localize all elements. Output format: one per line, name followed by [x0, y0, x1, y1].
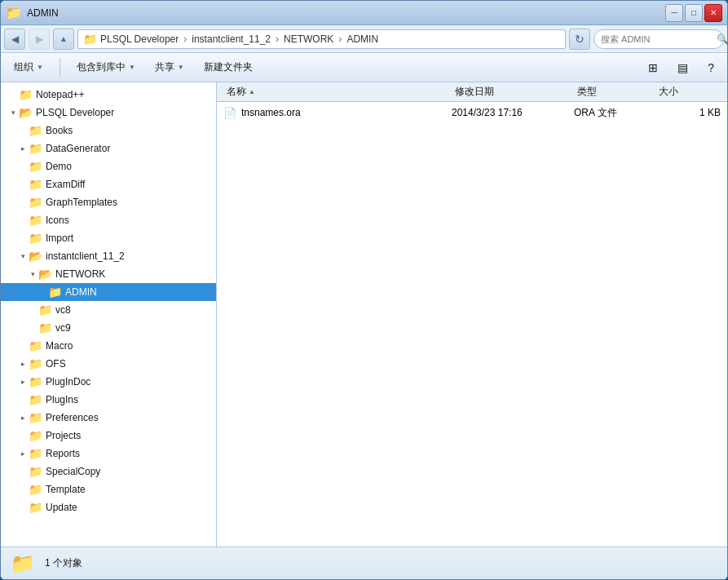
- organize-button[interactable]: 组织 ▼: [7, 57, 50, 77]
- file-list: 📄 tnsnames.ora 2014/3/23 17:16 ORA 文件 1 …: [217, 102, 727, 547]
- sidebar-item-template[interactable]: 📁 Template: [1, 480, 216, 498]
- preview-icon: ▤: [677, 61, 688, 74]
- expand-arrow-preferences: ▸: [17, 414, 29, 422]
- tree-label-macro: Macro: [46, 340, 73, 352]
- address-path[interactable]: 📁 PLSQL Developer › instantclient_11_2 ›…: [77, 29, 566, 49]
- forward-button[interactable]: ▶: [29, 29, 50, 50]
- preview-button[interactable]: ▤: [671, 58, 695, 77]
- search-box[interactable]: 🔍: [593, 29, 724, 49]
- folder-icon-admin: 📁: [48, 286, 62, 299]
- tree-label-demo: Demo: [46, 161, 72, 172]
- path-part-2: instantclient_11_2: [192, 33, 271, 45]
- sidebar-item-books[interactable]: 📁 Books: [1, 122, 216, 139]
- include-library-label: 包含到库中: [77, 60, 126, 74]
- col-header-type[interactable]: 类型: [574, 83, 655, 100]
- include-library-chevron: ▼: [129, 64, 135, 71]
- view-options-button[interactable]: ⊞: [642, 58, 664, 77]
- tree-label-plugindoc: PlugInDoc: [46, 376, 90, 387]
- share-button[interactable]: 共享 ▼: [148, 57, 191, 77]
- sidebar-item-specialcopy[interactable]: 📁 SpecialCopy: [1, 463, 216, 480]
- file-name-tnsnames: tnsnames.ora: [241, 107, 452, 118]
- toolbar: 组织 ▼ 包含到库中 ▼ 共享 ▼ 新建文件夹 ⊞ ▤ ?: [1, 53, 727, 82]
- sidebar-item-macro[interactable]: 📁 Macro: [1, 337, 216, 355]
- folder-icon-plsql: 📂: [19, 106, 33, 119]
- tree-label-preferences: Preferences: [46, 412, 99, 423]
- sidebar-item-plugins[interactable]: 📁 PlugIns: [1, 391, 216, 409]
- sidebar-item-import[interactable]: 📁 Import: [1, 229, 216, 247]
- expand-arrow-datagenerator: ▸: [17, 144, 29, 153]
- sidebar-item-datagenerator[interactable]: ▸ 📁 DataGenerator: [1, 139, 216, 157]
- close-button[interactable]: ✕: [704, 4, 722, 22]
- sidebar-item-reports[interactable]: ▸ 📁 Reports: [1, 445, 216, 463]
- share-label: 共享: [155, 60, 174, 74]
- sidebar-item-examdiff[interactable]: 📁 ExamDiff: [1, 175, 216, 193]
- path-part-3: NETWORK: [284, 33, 333, 45]
- help-button[interactable]: ?: [701, 58, 721, 77]
- sidebar-item-preferences[interactable]: ▸ 📁 Preferences: [1, 409, 216, 427]
- status-bar: 📁 1 个对象: [1, 547, 727, 579]
- folder-icon-network: 📂: [38, 268, 52, 281]
- folder-icon-ofs: 📁: [29, 357, 42, 370]
- path-folder-icon: 📁: [83, 33, 97, 46]
- folder-icon-examdiff: 📁: [29, 178, 42, 191]
- expand-arrow-plsql: ▾: [7, 108, 19, 117]
- new-folder-button[interactable]: 新建文件夹: [197, 57, 259, 77]
- sidebar-item-network[interactable]: ▾ 📂 NETWORK: [1, 265, 216, 283]
- col-size-label: 大小: [659, 85, 678, 99]
- tree-label-vc9: vc9: [55, 322, 71, 334]
- file-panel: 名称 ▲ 修改日期 类型 大小 📄 tnsnames.ora 2014/: [217, 82, 727, 547]
- share-chevron: ▼: [178, 64, 184, 71]
- minimize-button[interactable]: ─: [665, 4, 683, 22]
- sidebar-item-graphtemplates[interactable]: 📁 GraphTemplates: [1, 193, 216, 211]
- search-input[interactable]: [601, 34, 713, 44]
- tree-label-template: Template: [46, 484, 86, 495]
- maximize-button[interactable]: □: [685, 4, 703, 22]
- sidebar-item-plugindoc[interactable]: ▸ 📁 PlugInDoc: [1, 373, 216, 391]
- tree-label-ofs: OFS: [46, 358, 66, 370]
- tree-label-update: Update: [46, 502, 77, 513]
- back-button[interactable]: ◀: [4, 29, 25, 50]
- refresh-button[interactable]: ↻: [569, 29, 590, 50]
- col-type-label: 类型: [577, 85, 597, 99]
- title-folder-icon: 📁: [6, 5, 22, 20]
- status-folder-icon: 📁: [11, 552, 35, 575]
- folder-icon-template: 📁: [29, 483, 42, 496]
- tree-label-network: NETWORK: [55, 268, 105, 280]
- help-icon: ?: [708, 61, 714, 74]
- path-sep-3: ›: [338, 33, 342, 45]
- folder-icon-vc8: 📁: [38, 303, 52, 317]
- sidebar-item-vc8[interactable]: 📁 vc8: [1, 301, 216, 319]
- expand-arrow-instantclient: ▾: [17, 252, 29, 260]
- sidebar-item-update[interactable]: 📁 Update: [1, 498, 216, 516]
- sidebar-item-notepadpp[interactable]: 📁 Notepad++: [1, 86, 216, 104]
- file-row-tnsnames[interactable]: 📄 tnsnames.ora 2014/3/23 17:16 ORA 文件 1 …: [217, 104, 727, 122]
- tree-label-reports: Reports: [46, 448, 80, 459]
- sidebar-item-admin[interactable]: 📁 ADMIN: [1, 283, 216, 301]
- folder-icon-icons: 📁: [29, 214, 42, 227]
- sidebar-tree: 📁 Notepad++ ▾ 📂 PLSQL Developer 📁 Books …: [1, 82, 217, 547]
- include-library-button[interactable]: 包含到库中 ▼: [70, 57, 142, 77]
- title-bar-left: 📁 ADMIN: [6, 5, 59, 20]
- sidebar-item-plsql[interactable]: ▾ 📂 PLSQL Developer: [1, 104, 216, 122]
- col-header-name[interactable]: 名称 ▲: [223, 83, 452, 100]
- tree-label-plugins: PlugIns: [46, 394, 78, 405]
- sidebar-item-instantclient[interactable]: ▾ 📂 instantclient_11_2: [1, 247, 216, 265]
- tree-label-books: Books: [46, 125, 73, 136]
- sidebar-item-icons[interactable]: 📁 Icons: [1, 211, 216, 229]
- up-button[interactable]: ▲: [53, 29, 74, 50]
- sidebar-item-projects[interactable]: 📁 Projects: [1, 427, 216, 445]
- column-headers: 名称 ▲ 修改日期 类型 大小: [217, 82, 727, 102]
- col-header-date[interactable]: 修改日期: [452, 83, 574, 100]
- folder-icon-preferences: 📁: [29, 411, 42, 424]
- folder-icon-demo: 📁: [29, 160, 42, 173]
- sidebar-item-demo[interactable]: 📁 Demo: [1, 157, 216, 175]
- folder-icon-plugins: 📁: [29, 393, 42, 406]
- organize-label: 组织: [14, 60, 33, 74]
- sidebar-item-ofs[interactable]: ▸ 📁 OFS: [1, 355, 216, 373]
- sidebar-item-vc9[interactable]: 📁 vc9: [1, 319, 216, 337]
- file-date-tnsnames: 2014/3/23 17:16: [452, 107, 574, 118]
- col-header-size[interactable]: 大小: [655, 83, 721, 100]
- path-sep-2: ›: [276, 33, 279, 45]
- folder-icon-macro: 📁: [29, 339, 42, 352]
- status-count: 1 个对象: [45, 556, 82, 570]
